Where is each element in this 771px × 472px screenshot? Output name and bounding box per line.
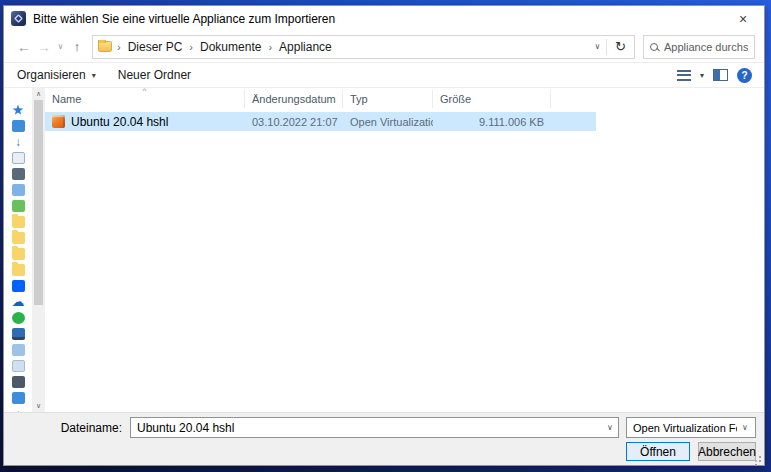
breadcrumb-separator: ›: [268, 41, 272, 53]
virtualbox-app-icon: [11, 11, 26, 26]
dialog-footer: Dateiname: ∨ Open Virtualization Format …: [4, 412, 764, 465]
documents-icon[interactable]: [12, 392, 25, 404]
desktop-icon[interactable]: [12, 120, 25, 132]
forward-button[interactable]: →: [34, 35, 54, 59]
new-folder-label: Neuer Ordner: [118, 68, 191, 82]
file-name-cell: Ubuntu 20.04 hshl: [45, 115, 245, 129]
downloads-icon[interactable]: ↓: [15, 136, 21, 148]
close-button[interactable]: ×: [722, 6, 764, 31]
file-type-cell: Open Virtualizatio...: [343, 116, 433, 128]
column-header-name[interactable]: ^ Name: [45, 90, 245, 108]
filename-label: Dateiname:: [12, 421, 130, 435]
navigation-bar: ← → ∨ ↑ › Dieser PC › Dokumente › Applia…: [4, 31, 764, 63]
column-header-size[interactable]: Größe: [433, 90, 551, 108]
folder-icon[interactable]: [12, 248, 25, 260]
pictures-icon[interactable]: [12, 168, 25, 180]
search-input[interactable]: [664, 41, 748, 53]
onedrive-icon[interactable]: ☁: [12, 296, 25, 308]
this-pc-icon[interactable]: [12, 328, 25, 340]
refresh-button[interactable]: ↻: [607, 36, 634, 58]
chevron-down-icon: ▾: [92, 71, 96, 80]
file-modified-cell: 03.10.2022 21:07: [245, 116, 343, 128]
scrollbar-thumb[interactable]: [34, 100, 43, 305]
toolbar-right-group: ▾ ?: [677, 68, 755, 83]
videos-icon[interactable]: [12, 184, 25, 196]
quick-access-star-icon[interactable]: ★: [13, 104, 24, 116]
open-button[interactable]: Öffnen: [626, 442, 690, 461]
views-chevron-icon[interactable]: ▾: [700, 71, 704, 80]
column-label: Name: [52, 93, 81, 105]
breadcrumb-item-dokumente[interactable]: Dokumente: [198, 40, 263, 54]
history-dropdown-button[interactable]: ∨: [54, 35, 67, 59]
column-header-type[interactable]: Typ: [343, 90, 433, 108]
organize-button[interactable]: Organisieren ▾: [13, 63, 100, 87]
navigation-pane-icons: ★ ↓ ☁ ↓: [4, 88, 32, 412]
command-toolbar: Organisieren ▾ Neuer Ordner ▾ ?: [4, 63, 764, 88]
folder-icon[interactable]: [12, 264, 25, 276]
address-bar[interactable]: › Dieser PC › Dokumente › Appliance ∨ ↻: [92, 35, 635, 59]
file-rows: Ubuntu 20.04 hshl 03.10.2022 21:07 Open …: [45, 108, 764, 412]
folder-icon: [98, 41, 112, 52]
desktop-icon[interactable]: [12, 376, 25, 388]
filetype-chevron-icon: ∨: [737, 423, 753, 432]
green-app-icon[interactable]: [12, 312, 25, 324]
main-area: ★ ↓ ☁ ↓ ∧: [4, 88, 764, 412]
column-header-modified[interactable]: Änderungsdatum: [245, 90, 343, 108]
filetype-select[interactable]: Open Virtualization Format (*.o ∨: [626, 417, 756, 438]
3d-objects-icon[interactable]: [12, 344, 25, 356]
address-dropdown-chevron-icon[interactable]: ∨: [589, 42, 606, 51]
filename-row: Dateiname: ∨ Open Virtualization Format …: [12, 417, 756, 438]
sidebar-scrollbar[interactable]: ∧ ∨: [32, 88, 45, 412]
file-name: Ubuntu 20.04 hshl: [71, 115, 168, 129]
column-headers: ^ Name Änderungsdatum Typ Größe: [45, 90, 764, 108]
organize-label: Organisieren: [17, 68, 86, 82]
breadcrumb-separator: ›: [117, 41, 121, 53]
ova-file-icon: [52, 115, 65, 128]
breadcrumb-item-appliance[interactable]: Appliance: [277, 40, 334, 54]
filetype-value: Open Virtualization Format (*.o: [633, 422, 737, 434]
scroll-down-icon[interactable]: ∨: [36, 402, 41, 410]
column-label: Änderungsdatum: [252, 93, 336, 105]
column-label: Typ: [350, 93, 368, 105]
file-row-selected[interactable]: Ubuntu 20.04 hshl 03.10.2022 21:07 Open …: [45, 112, 596, 131]
search-icon: [650, 43, 658, 51]
folder-icon[interactable]: [12, 216, 25, 228]
file-list: ^ Name Änderungsdatum Typ Größe Ubuntu: [45, 88, 764, 412]
up-button[interactable]: ↑: [67, 35, 87, 59]
pictures-icon[interactable]: [12, 360, 25, 372]
scroll-up-icon[interactable]: ∧: [36, 90, 41, 98]
file-size-cell: 9.111.006 KB: [433, 116, 551, 128]
synced-folder-icon[interactable]: [12, 200, 25, 212]
help-icon[interactable]: ?: [737, 68, 752, 83]
cancel-button[interactable]: Abbrechen: [698, 442, 756, 461]
views-icon[interactable]: [677, 70, 691, 81]
buttons-row: Öffnen Abbrechen: [12, 442, 756, 461]
dropbox-icon[interactable]: [12, 280, 25, 292]
open-file-dialog: Bitte wählen Sie eine virtuelle Applianc…: [3, 5, 765, 466]
breadcrumb-separator: ›: [189, 41, 193, 53]
title-bar: Bitte wählen Sie eine virtuelle Applianc…: [4, 6, 764, 31]
filename-input[interactable]: [131, 421, 602, 435]
filename-combobox[interactable]: ∨: [130, 417, 619, 438]
back-button[interactable]: ←: [14, 35, 34, 59]
resize-grip[interactable]: [753, 454, 762, 463]
breadcrumb: › Dieser PC › Dokumente › Appliance: [93, 40, 589, 54]
window-title: Bitte wählen Sie eine virtuelle Applianc…: [33, 12, 335, 26]
documents-icon[interactable]: [12, 152, 25, 164]
sort-ascending-icon: ^: [143, 88, 147, 95]
navigation-pane: ★ ↓ ☁ ↓ ∧: [4, 88, 45, 412]
column-label: Größe: [440, 93, 471, 105]
search-box[interactable]: [643, 35, 755, 59]
new-folder-button[interactable]: Neuer Ordner: [114, 63, 195, 87]
folder-icon[interactable]: [12, 232, 25, 244]
filename-chevron-icon[interactable]: ∨: [602, 423, 618, 432]
preview-pane-icon[interactable]: [713, 69, 728, 81]
breadcrumb-item-dieser-pc[interactable]: Dieser PC: [126, 40, 185, 54]
